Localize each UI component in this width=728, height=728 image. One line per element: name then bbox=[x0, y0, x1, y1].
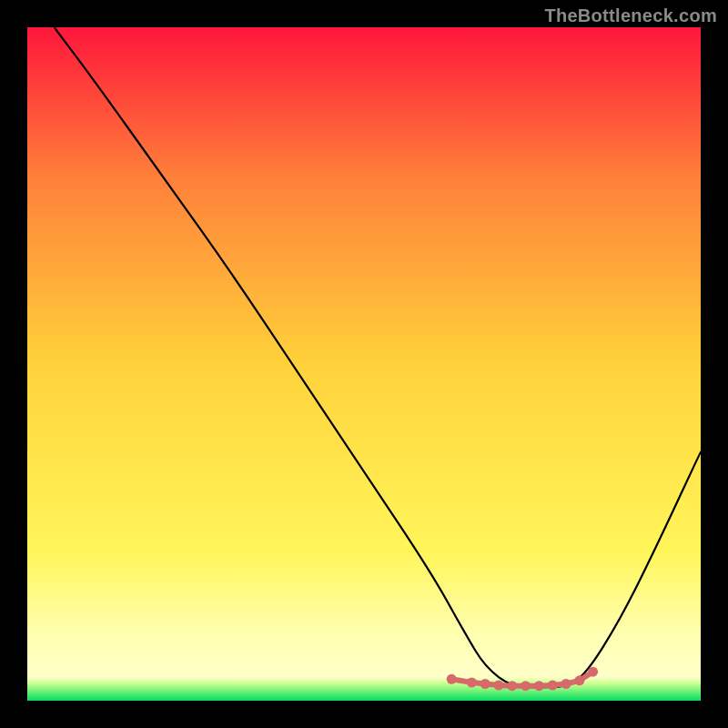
chart-svg bbox=[27, 27, 701, 701]
plot-area bbox=[27, 27, 701, 701]
marker-dot bbox=[521, 681, 531, 691]
marker-dot bbox=[467, 678, 477, 688]
chart-frame: TheBottleneck.com bbox=[0, 0, 728, 728]
marker-dot bbox=[561, 679, 571, 689]
marker-dot bbox=[548, 681, 558, 691]
marker-dot bbox=[494, 681, 504, 691]
watermark-label: TheBottleneck.com bbox=[544, 5, 717, 26]
marker-dot bbox=[588, 667, 598, 677]
marker-dot bbox=[574, 675, 584, 685]
marker-dot bbox=[534, 681, 544, 691]
marker-dot bbox=[507, 681, 517, 691]
marker-dot bbox=[480, 679, 490, 689]
marker-dot bbox=[447, 674, 457, 684]
